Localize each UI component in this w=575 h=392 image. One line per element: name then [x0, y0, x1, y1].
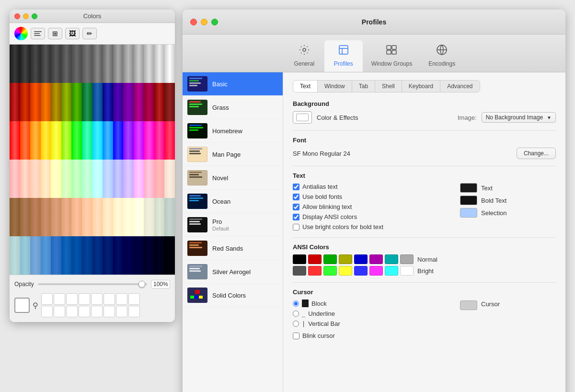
ansi-bright-white[interactable] [400, 266, 414, 276]
sub-tab-tab[interactable]: Tab [352, 81, 375, 92]
ansi-normal-cyan[interactable] [385, 254, 398, 264]
profile-item-manpage[interactable]: Man Page [183, 143, 283, 166]
cursor-vbar-radio[interactable] [293, 321, 299, 327]
sub-tab-text[interactable]: Text [293, 81, 318, 92]
text-color-box[interactable] [460, 183, 477, 193]
cursor-block-radio[interactable] [293, 300, 299, 307]
swatch-8[interactable] [128, 293, 140, 305]
swatch-1[interactable] [41, 293, 53, 305]
profile-item-solid[interactable]: Solid Colors [183, 284, 283, 307]
ansi-bright-magenta[interactable] [369, 266, 383, 276]
swatch-16[interactable] [128, 306, 140, 317]
color-palettes-tab[interactable]: ⊞ [48, 28, 62, 39]
blink-cursor-row[interactable]: Blink cursor [293, 332, 458, 339]
tab-profiles[interactable]: Profiles [324, 40, 363, 72]
swatch-5[interactable] [91, 293, 103, 305]
profile-item-novel[interactable]: Novel [183, 166, 283, 190]
cursor-preview[interactable] [460, 300, 477, 310]
cursor-underline-row[interactable]: _ Underline [293, 310, 458, 317]
bold-text-color-box[interactable] [460, 196, 477, 205]
current-color-box[interactable] [14, 298, 30, 313]
eyedropper-button[interactable]: ⚲ [33, 301, 38, 310]
blinking-text-checkbox-row[interactable]: Allow blinking text [293, 203, 455, 210]
ansi-bright-row: Bright [293, 266, 556, 276]
swatch-9[interactable] [41, 306, 53, 317]
profile-item-silver[interactable]: Silver Aerogel [183, 260, 283, 284]
change-font-button[interactable]: Change... [517, 148, 556, 159]
ansi-normal-yellow[interactable] [339, 254, 352, 264]
profile-item-basic[interactable]: Basic [183, 72, 283, 96]
swatch-3[interactable] [66, 293, 78, 305]
swatch-2[interactable] [54, 293, 65, 305]
image-label: Image: [458, 114, 477, 121]
ansi-bright-blue[interactable] [354, 266, 368, 276]
sub-tab-advanced[interactable]: Advanced [440, 81, 479, 92]
ansi-colors-checkbox[interactable] [293, 214, 299, 220]
swatch-6[interactable] [104, 293, 115, 305]
ansi-normal-magenta[interactable] [369, 254, 383, 264]
crayons-tab[interactable]: ✏ [82, 28, 97, 39]
sub-tab-shell[interactable]: Shell [375, 81, 402, 92]
ansi-normal-red[interactable] [308, 254, 322, 264]
colors-panel: Colors ⊞ 🖼 ✏ [10, 10, 175, 322]
swatch-7[interactable] [116, 293, 127, 305]
cursor-left: Block _ Underline | Vertical Bar [293, 300, 458, 339]
profile-item-ocean[interactable]: Ocean [183, 190, 283, 213]
sub-tab-window[interactable]: Window [318, 81, 352, 92]
bold-fonts-checkbox-row[interactable]: Use bold fonts [293, 193, 455, 200]
antialias-checkbox-row[interactable]: Antialias text [293, 183, 455, 190]
ansi-normal-blue[interactable] [354, 254, 368, 264]
ansi-bright-black[interactable] [293, 266, 306, 276]
profile-item-grass[interactable]: Grass [183, 96, 283, 119]
tab-general[interactable]: General [285, 40, 323, 72]
ansi-colors-checkbox-row[interactable]: Display ANSI colors [293, 213, 455, 220]
ansi-bright-yellow[interactable] [339, 266, 352, 276]
swatch-13[interactable] [91, 306, 103, 317]
cursor-underline-radio[interactable] [293, 311, 299, 317]
close-button[interactable] [190, 19, 197, 25]
color-wheel-icon[interactable] [14, 27, 28, 40]
bright-colors-checkbox-row[interactable]: Use bright colors for bold text [293, 223, 455, 231]
swatch-14[interactable] [104, 306, 115, 317]
cursor-vbar-row[interactable]: | Vertical Bar [293, 320, 458, 327]
svg-rect-4 [387, 46, 391, 49]
zoom-button[interactable] [211, 19, 218, 25]
color-effects-preview[interactable] [293, 111, 312, 124]
colors-zoom-button[interactable] [32, 13, 37, 19]
ansi-bright-red[interactable] [308, 266, 322, 276]
image-tab[interactable]: 🖼 [65, 28, 80, 39]
profile-item-homebrew[interactable]: Homebrew [183, 119, 283, 143]
ansi-normal-black[interactable] [293, 254, 306, 264]
background-title: Background [293, 100, 556, 107]
antialias-checkbox[interactable] [293, 184, 299, 190]
blinking-text-checkbox[interactable] [293, 204, 299, 210]
selection-color-box[interactable] [460, 208, 477, 218]
image-select[interactable]: No Background Image ▼ [482, 112, 556, 123]
ansi-normal-white[interactable] [400, 254, 414, 264]
colors-minimize-button[interactable] [23, 13, 29, 19]
ansi-bright-cyan[interactable] [385, 266, 398, 276]
minimize-button[interactable] [201, 19, 207, 25]
sub-tab-keyboard[interactable]: Keyboard [402, 81, 440, 92]
colors-close-button[interactable] [14, 13, 20, 19]
cursor-title: Cursor [293, 288, 556, 296]
tab-window-groups[interactable]: Window Groups [364, 40, 420, 72]
bright-colors-checkbox[interactable] [293, 224, 299, 231]
tab-encodings[interactable]: Encodings [421, 40, 463, 72]
cursor-block-row[interactable]: Block [293, 300, 458, 307]
sliders-tab[interactable] [31, 28, 45, 39]
swatch-12[interactable] [79, 306, 90, 317]
opacity-slider[interactable] [38, 283, 147, 285]
profile-item-pro[interactable]: Pro Default [183, 213, 283, 237]
swatch-10[interactable] [54, 306, 65, 317]
swatch-4[interactable] [79, 293, 90, 305]
profile-item-redsands[interactable]: Red Sands [183, 237, 283, 260]
ansi-bright-green[interactable] [323, 266, 337, 276]
ansi-normal-green[interactable] [323, 254, 337, 264]
swatch-15[interactable] [116, 306, 127, 317]
toolbar-tabs: General Profiles Window Gro [183, 35, 565, 72]
bold-fonts-checkbox[interactable] [293, 194, 299, 200]
cursor-block-label: Block [311, 300, 327, 307]
swatch-11[interactable] [66, 306, 78, 317]
blink-cursor-checkbox[interactable] [293, 333, 299, 339]
